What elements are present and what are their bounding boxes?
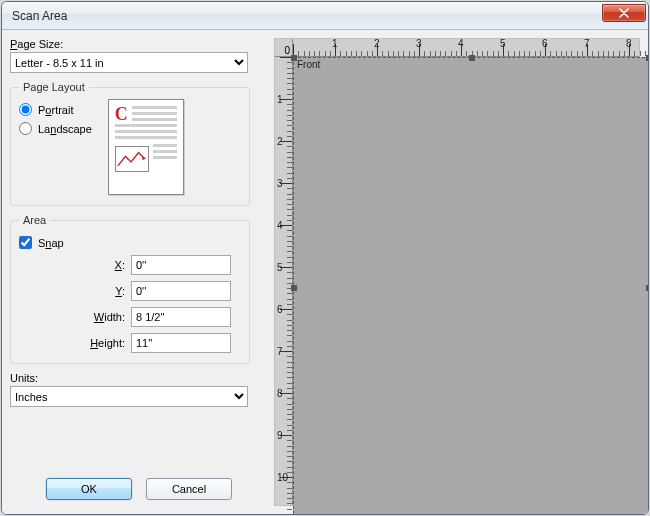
dialog-window: Scan Area Page Size: Letter - 8.5 x 11 i… — [1, 1, 649, 515]
height-field[interactable] — [131, 333, 231, 353]
page-thumbnail: C — [108, 99, 184, 195]
page-layout-legend: Page Layout — [19, 81, 89, 93]
ruler-vertical: 1234567891011 — [275, 57, 293, 505]
handle-ne[interactable] — [646, 55, 649, 61]
y-field[interactable] — [131, 281, 231, 301]
portrait-radio[interactable]: Portrait — [19, 103, 92, 116]
units-label: Units: — [10, 372, 268, 384]
preview-pane: 0 12345678 1234567891011 Front — [274, 38, 640, 506]
page-size-select[interactable]: Letter - 8.5 x 11 in — [10, 52, 248, 73]
close-icon — [619, 8, 629, 18]
height-label: Height: — [77, 337, 125, 349]
area-group: Area Snap X: Y: Width: — [10, 214, 250, 364]
width-label: Width: — [77, 311, 125, 323]
titlebar: Scan Area — [2, 2, 648, 30]
ruler-horizontal: 12345678 — [293, 39, 639, 57]
x-field[interactable] — [131, 255, 231, 275]
page-layout-group: Page Layout Portrait Landscape — [10, 81, 250, 206]
landscape-radio-input[interactable] — [19, 122, 32, 135]
content-area: Page Size: Letter - 8.5 x 11 in Page Lay… — [2, 30, 648, 514]
dialog-buttons: OK Cancel — [10, 468, 268, 506]
snap-checkbox[interactable]: Snap — [19, 236, 241, 249]
landscape-radio[interactable]: Landscape — [19, 122, 92, 135]
page-front-label: Front — [297, 59, 320, 70]
handle-nw[interactable] — [291, 55, 297, 61]
ok-button[interactable]: OK — [46, 478, 132, 500]
window-title: Scan Area — [12, 9, 602, 23]
preview-canvas[interactable]: Front — [293, 57, 639, 505]
snap-checkbox-input[interactable] — [19, 236, 32, 249]
thumb-letter-icon: C — [115, 107, 128, 121]
left-panel: Page Size: Letter - 8.5 x 11 in Page Lay… — [10, 38, 268, 506]
close-button[interactable] — [602, 4, 646, 22]
page-rect[interactable]: Front — [293, 57, 649, 515]
width-field[interactable] — [131, 307, 231, 327]
x-label: X: — [77, 259, 125, 271]
handle-w[interactable] — [291, 285, 297, 291]
handle-n[interactable] — [469, 55, 475, 61]
portrait-radio-input[interactable] — [19, 103, 32, 116]
page-size-label: Page Size: — [10, 38, 268, 50]
thumb-chart-icon — [115, 146, 149, 172]
cancel-button[interactable]: Cancel — [146, 478, 232, 500]
area-legend: Area — [19, 214, 50, 226]
units-block: Units: Inches — [10, 372, 268, 407]
y-label: Y: — [77, 285, 125, 297]
units-select[interactable]: Inches — [10, 386, 248, 407]
handle-e[interactable] — [646, 285, 649, 291]
